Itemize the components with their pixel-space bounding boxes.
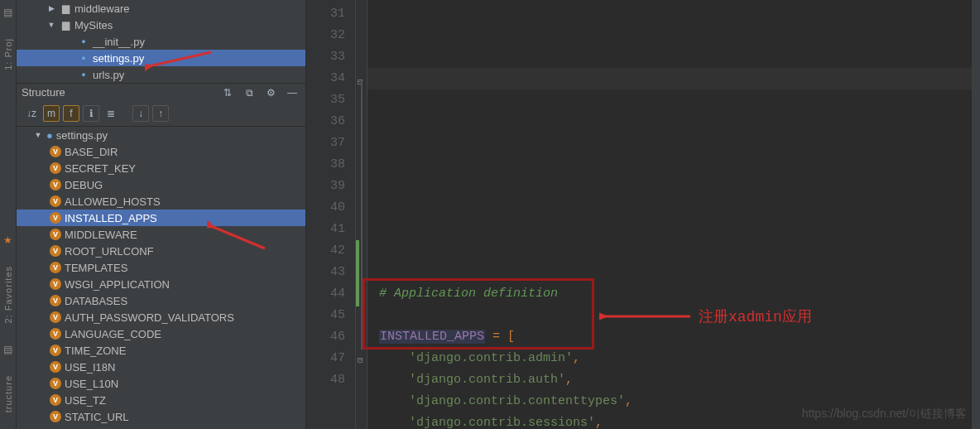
structure-item-label: SECRET_KEY	[65, 162, 136, 175]
tree-row-__init__-py[interactable]: ●__init__.py	[17, 33, 305, 50]
structure-item-label: STATIC_URL	[65, 411, 129, 423]
favorites-star-icon[interactable]: ★	[3, 234, 12, 246]
structure-item-secret_key[interactable]: VSECRET_KEY	[17, 160, 305, 176]
structure-header: Structure ⇅ ⧉ ⚙ —	[17, 83, 305, 101]
line-number: 32	[306, 25, 345, 46]
structure-item-label: TEMPLATES	[65, 262, 127, 274]
sort-alpha-icon[interactable]: ↓z	[23, 105, 40, 122]
favorites-tool-label[interactable]: 2: Favorites	[3, 266, 13, 323]
filter-i-icon[interactable]: ℹ	[83, 105, 99, 122]
line-number: 46	[306, 326, 345, 348]
line-number: 33	[306, 46, 345, 68]
folder-icon: ▆	[59, 19, 72, 31]
structure-item-label: USE_I18N	[65, 361, 115, 374]
folder-icon: ▆	[59, 2, 72, 14]
variable-icon: V	[50, 394, 61, 406]
structure-item-wsgi_application[interactable]: VWSGI_APPLICATION	[17, 276, 305, 292]
structure-item-label: BASE_DIR	[65, 146, 118, 158]
editor[interactable]: 313233343536373839404142434445464748 ⊟⊟ …	[306, 0, 980, 429]
tree-row-urls-py[interactable]: ●urls.py	[17, 66, 305, 83]
code-line-35[interactable]: 'django.contrib.admin',	[379, 348, 972, 369]
structure-item-auth_password_validators[interactable]: VAUTH_PASSWORD_VALIDATORS	[17, 309, 305, 325]
structure-item-middleware[interactable]: VMIDDLEWARE	[17, 226, 305, 243]
line-number: 31	[306, 3, 345, 25]
variable-icon: V	[50, 212, 61, 224]
tree-row-middleware[interactable]: ▶▆middleware	[17, 0, 305, 17]
structure-item-label: AUTH_PASSWORD_VALIDATORS	[65, 311, 234, 324]
code-line-32[interactable]: # Application definition	[379, 283, 972, 305]
line-number: 44	[306, 283, 345, 305]
variable-icon: V	[50, 278, 61, 290]
structure-file-header[interactable]: ▼●settings.py	[17, 127, 305, 143]
structure-item-static_url[interactable]: VSTATIC_URL	[17, 408, 305, 425]
variable-icon: V	[50, 378, 61, 389]
expand-icon[interactable]: ≣	[103, 105, 119, 122]
tree-arrow-icon[interactable]: ▶	[46, 4, 56, 12]
structure-item-label: LANGUAGE_CODE	[65, 328, 161, 340]
filter-f-icon[interactable]: f	[63, 105, 79, 122]
structure-item-debug[interactable]: VDEBUG	[17, 176, 305, 193]
structure-item-templates[interactable]: VTEMPLATES	[17, 259, 305, 276]
structure-item-root_urlconf[interactable]: VROOT_URLCONF	[17, 243, 305, 259]
line-number: 34	[306, 68, 345, 89]
code-line-36[interactable]: 'django.contrib.auth',	[379, 369, 972, 391]
structure-sort-icon[interactable]: ⇅	[219, 84, 236, 101]
tree-arrow-icon[interactable]: ▼	[46, 21, 56, 29]
variable-icon: V	[50, 229, 61, 240]
tree-label: middleware	[74, 2, 129, 15]
code-line-31[interactable]	[379, 262, 972, 283]
structure-settings-icon[interactable]: ⚙	[262, 84, 279, 101]
project-tool-label[interactable]: 1: Proj	[3, 38, 13, 70]
tool-window-strip: ▤ 1: Proj ★ 2: Favorites ▤ tructure	[0, 0, 17, 429]
line-number: 37	[306, 133, 345, 154]
code-line-34[interactable]: INSTALLED_APPS = [	[379, 326, 972, 348]
structure-hide-icon[interactable]: —	[284, 84, 300, 101]
code-line-33[interactable]	[379, 305, 972, 326]
line-number: 35	[306, 89, 345, 111]
variable-icon: V	[50, 328, 61, 340]
line-number: 47	[306, 348, 345, 369]
fold-gutter[interactable]: ⊟⊟	[356, 0, 368, 429]
code-area[interactable]: 注册xadmin应用 # Application definitionINSTA…	[368, 0, 972, 429]
python-file-icon: ●	[77, 54, 90, 62]
structure-item-allowed_hosts[interactable]: VALLOWED_HOSTS	[17, 193, 305, 210]
tree-row-MySites[interactable]: ▼▆MySites	[17, 17, 305, 33]
autoscroll-to-icon[interactable]: ↓	[132, 105, 149, 122]
filter-m-icon[interactable]: m	[43, 105, 60, 122]
tree-label: urls.py	[93, 69, 124, 81]
project-tree[interactable]: ▶▆middleware▼▆MySites●__init__.py●settin…	[17, 0, 305, 83]
structure-item-time_zone[interactable]: VTIME_ZONE	[17, 342, 305, 359]
structure-list[interactable]: ▼●settings.pyVBASE_DIRVSECRET_KEYVDEBUGV…	[17, 127, 305, 429]
structure-item-use_i18n[interactable]: VUSE_I18N	[17, 359, 305, 375]
structure-item-base_dir[interactable]: VBASE_DIR	[17, 143, 305, 160]
structure-item-language_code[interactable]: VLANGUAGE_CODE	[17, 325, 305, 342]
structure-tool-icon[interactable]: ▤	[3, 344, 12, 355]
structure-collapse-icon[interactable]: ⧉	[241, 84, 257, 101]
structure-item-label: INSTALLED_APPS	[65, 212, 157, 224]
structure-item-label: MIDDLEWARE	[65, 229, 137, 241]
line-number: 45	[306, 305, 345, 326]
tree-row-settings-py[interactable]: ●settings.py	[17, 50, 305, 66]
python-file-icon: ●	[77, 70, 90, 79]
structure-item-label: TIME_ZONE	[65, 345, 126, 357]
variable-icon: V	[50, 345, 61, 356]
structure-item-use_tz[interactable]: VUSE_TZ	[17, 392, 305, 408]
project-tool-icon[interactable]: ▤	[3, 7, 12, 18]
variable-icon: V	[50, 262, 61, 273]
editor-marker-strip[interactable]	[972, 0, 980, 429]
structure-item-label: WSGI_APPLICATION	[65, 278, 170, 291]
structure-tool-label[interactable]: tructure	[3, 375, 13, 412]
line-number: 38	[306, 154, 345, 176]
autoscroll-from-icon[interactable]: ↑	[152, 105, 169, 122]
structure-item-label: ALLOWED_HOSTS	[65, 195, 161, 208]
line-number: 41	[306, 219, 345, 240]
structure-item-use_l10n[interactable]: VUSE_L10N	[17, 375, 305, 392]
structure-item-installed_apps[interactable]: VINSTALLED_APPS	[17, 210, 305, 226]
structure-item-databases[interactable]: VDATABASES	[17, 292, 305, 309]
variable-icon: V	[50, 162, 61, 174]
structure-item-label: ROOT_URLCONF	[65, 245, 154, 258]
python-file-icon: ●	[77, 37, 90, 46]
fold-toggle-icon[interactable]: ⊟	[358, 349, 363, 371]
variable-icon: V	[50, 361, 61, 373]
line-number: 36	[306, 111, 345, 133]
